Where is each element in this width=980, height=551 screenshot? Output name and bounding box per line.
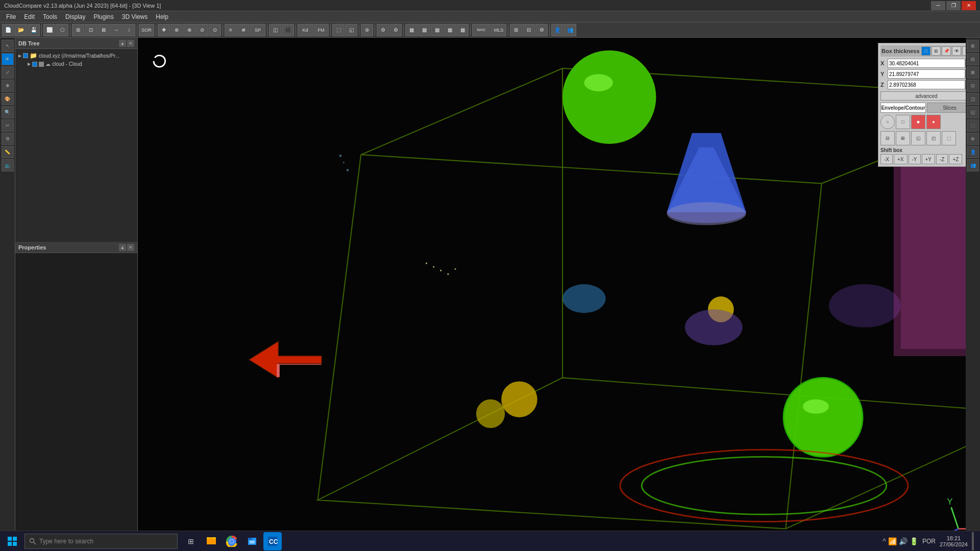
rs-icon1[interactable]: ⊞	[967, 40, 979, 52]
sidebar-measure[interactable]: 📏	[2, 146, 14, 158]
battery-icon[interactable]: 🔋	[910, 537, 918, 545]
bp-env-btn4[interactable]: ●	[926, 115, 941, 129]
sidebar-settings[interactable]: ⚙	[2, 133, 14, 145]
bp-icon-square[interactable]: □	[921, 46, 930, 56]
bp-env-btn1[interactable]: ○	[880, 115, 895, 129]
tb-b6[interactable]: ≢	[237, 24, 250, 36]
tb-b5[interactable]: ≡	[225, 24, 237, 36]
tb-b17[interactable]: ▦	[431, 24, 443, 36]
bp-tab-envelope[interactable]: Envelope/Contour	[880, 103, 926, 113]
bp-env-btn2[interactable]: □	[896, 115, 910, 129]
taskbar-explorer[interactable]	[202, 532, 220, 550]
sidebar-segment[interactable]: ✂	[2, 119, 14, 132]
rs-icon2[interactable]: ⊟	[967, 53, 979, 65]
tb-select2[interactable]: ⬡	[56, 24, 68, 36]
tb-b12[interactable]: ⊛	[361, 24, 373, 36]
tb-b10[interactable]: ⬚	[332, 24, 345, 36]
tb-b21[interactable]: ⊟	[523, 24, 535, 36]
rs-icon7[interactable]: ⬚	[967, 119, 979, 132]
tb-b20[interactable]: ⊞	[510, 24, 522, 36]
tb-b7[interactable]: SP	[250, 24, 265, 36]
tree-checkbox-cloud2[interactable]	[39, 62, 44, 67]
bp-x-input[interactable]	[888, 59, 965, 68]
bp-sl-btn2[interactable]: ⊞	[896, 131, 910, 145]
tb-b15[interactable]: ▦	[405, 24, 418, 36]
tb-b11[interactable]: ◱	[345, 24, 357, 36]
bp-sl-btn5[interactable]: ⬚	[942, 131, 956, 145]
bp-advanced-button[interactable]: advanced	[880, 91, 972, 101]
sidebar-scale[interactable]: ⤢	[2, 66, 14, 79]
tb-b13[interactable]: ⚙	[377, 24, 389, 36]
start-button[interactable]	[2, 532, 22, 550]
bp-shift-y-pos[interactable]: +Y	[922, 154, 936, 164]
tb-save[interactable]: 💾	[28, 24, 40, 36]
bp-shift-x-pos[interactable]: +X	[894, 154, 908, 164]
taskbar-clock[interactable]: 18:21 27/06/2024	[940, 535, 968, 547]
sound-icon[interactable]: 🔊	[899, 537, 908, 545]
sidebar-move[interactable]: ✥	[2, 80, 14, 92]
tb-nhc[interactable]: NHC	[472, 24, 491, 36]
menu-tools[interactable]: Tools	[39, 12, 61, 21]
menu-display[interactable]: Display	[61, 12, 89, 21]
tb-b19[interactable]: ▦	[456, 24, 469, 36]
tree-item-root[interactable]: ▶ 📁 cloud.xyz (//rma/rma/Trabalhos/Pr...	[17, 51, 135, 60]
taskbar-chrome[interactable]	[223, 532, 241, 550]
tb-b1[interactable]: ⊕	[170, 24, 183, 36]
tb-b14[interactable]: ⚙	[389, 24, 402, 36]
rs-icon4[interactable]: ⊡	[967, 80, 979, 92]
menu-3dviews[interactable]: 3D Views	[118, 12, 152, 21]
tb-cross[interactable]: ✚	[158, 24, 170, 36]
bp-sl-btn1[interactable]: ⊟	[880, 131, 895, 145]
tree-item-cloud[interactable]: ▶ ☁ cloud - Cloud	[17, 60, 135, 68]
tb-b8[interactable]: ◫	[269, 24, 281, 36]
bp-shift-z-neg[interactable]: -Z	[936, 154, 948, 164]
sidebar-display[interactable]: 📺	[2, 159, 14, 171]
sidebar-zoom[interactable]: 🔍	[2, 106, 14, 118]
bp-sl-btn3[interactable]: ◱	[911, 131, 925, 145]
bp-sl-btn4[interactable]: ◰	[926, 131, 941, 145]
sidebar-pointer[interactable]: ↖	[2, 40, 14, 52]
bp-shift-z-pos[interactable]: +Z	[949, 154, 962, 164]
tb-b9[interactable]: ⬛	[282, 24, 294, 36]
rs-icon8[interactable]: ⊛	[967, 133, 979, 145]
tb-sor[interactable]: SOR	[139, 24, 154, 36]
tb-zoom3[interactable]: ⊠	[97, 24, 110, 36]
tb-fm[interactable]: FM	[313, 24, 329, 36]
taskbar-search-bar[interactable]: Type here to search	[24, 534, 178, 549]
show-desktop-button[interactable]	[972, 532, 974, 550]
tb-kd[interactable]: Kd	[298, 24, 313, 36]
minimize-button[interactable]: ─	[931, 1, 945, 10]
taskbar-files[interactable]	[243, 532, 261, 550]
restore-button[interactable]: ❐	[946, 1, 961, 10]
tree-checkbox-cloud[interactable]	[32, 62, 37, 67]
menu-help[interactable]: Help	[152, 12, 173, 21]
language-indicator[interactable]: POR	[922, 538, 936, 545]
rs-icon5[interactable]: ◫	[967, 93, 979, 105]
bp-icon-pin[interactable]: 📌	[942, 46, 951, 56]
tb-b22[interactable]: ⚙	[535, 24, 548, 36]
menu-edit[interactable]: Edit	[20, 12, 39, 21]
tb-select[interactable]: ⬜	[43, 24, 56, 36]
tb-b23[interactable]: 👤	[551, 24, 564, 36]
rs-icon6[interactable]: ◱	[967, 106, 979, 118]
bp-z-input[interactable]	[888, 80, 965, 89]
taskbar-cc[interactable]: CC	[263, 532, 282, 550]
sidebar-color[interactable]: 🎨	[2, 93, 14, 105]
tb-new[interactable]: 📄	[2, 24, 14, 36]
db-tree-close[interactable]: ✕	[127, 40, 134, 47]
bp-env-btn3[interactable]: ■	[911, 115, 925, 129]
tb-b2[interactable]: ⊗	[183, 24, 195, 36]
properties-expand[interactable]: ▲	[119, 244, 126, 251]
tb-open[interactable]: 📂	[15, 24, 27, 36]
bp-y-input[interactable]	[888, 69, 965, 79]
tb-b24[interactable]: 👥	[564, 24, 576, 36]
bp-shift-y-neg[interactable]: -Y	[909, 154, 921, 164]
rs-icon3[interactable]: ⊠	[967, 66, 979, 79]
bp-icon-eye[interactable]: 👁	[952, 46, 961, 56]
close-button[interactable]: ✕	[962, 1, 976, 10]
rs-icon10[interactable]: 👥	[967, 159, 979, 171]
tb-zoom4[interactable]: ↔	[110, 24, 122, 36]
rs-icon9[interactable]: 👤	[967, 146, 979, 158]
tb-b16[interactable]: ▦	[418, 24, 430, 36]
sidebar-3dview[interactable]: 👁	[2, 53, 14, 65]
